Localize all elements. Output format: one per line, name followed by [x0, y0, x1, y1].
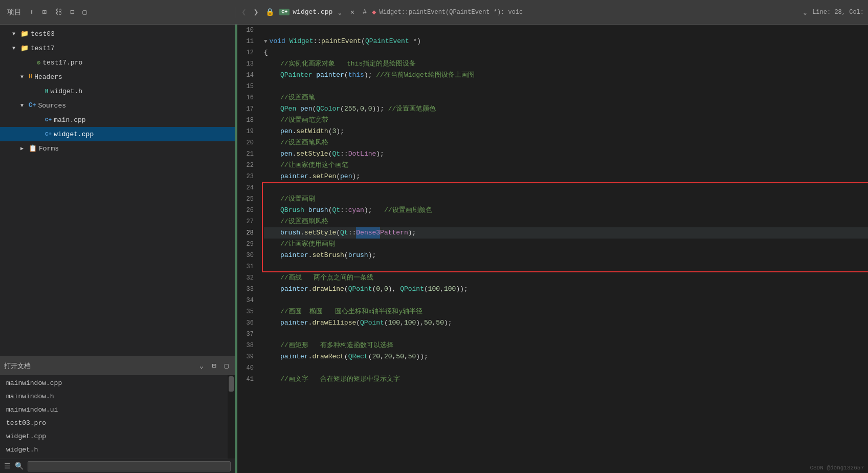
ln-11: 11 — [237, 36, 258, 47]
fold-arrow-11[interactable]: ▼ — [264, 36, 268, 47]
sidebar-item-widget-cpp[interactable]: ▶ C+ widget.cpp — [0, 127, 235, 141]
code-line-18: //设置画笔宽带 — [264, 115, 868, 126]
ln-16: 16 — [237, 92, 258, 103]
code-line-31 — [264, 261, 868, 272]
open-docs-scrollbar[interactable] — [228, 375, 235, 459]
tree-arrow-test03: ▼ — [12, 31, 18, 37]
ln-23: 23 — [237, 171, 258, 182]
sidebar: ▼ 📁 test03 ▼ 📁 test17 ▶ ⚙ test17.pro ▼ H… — [0, 25, 235, 473]
filter-icon[interactable]: ⊞ — [40, 7, 48, 17]
sidebar-item-forms[interactable]: ▶ 📋 Forms — [0, 141, 235, 156]
code-line-13: //实例化画家对象 this指定的是绘图设备 — [264, 58, 868, 70]
ln-28: 28 — [237, 227, 258, 239]
code-line-35: //画圆 椭圆 圆心坐标和x轴半径和y轴半径 — [264, 306, 868, 317]
ln-24: 24 — [237, 182, 258, 193]
code-line-40 — [264, 362, 868, 374]
breadcrumb-dropdown[interactable]: ⌄ — [801, 7, 809, 17]
ln-29: 29 — [237, 239, 258, 250]
code-line-32: //画线 两个点之间的一条线 — [264, 272, 868, 284]
ln-40: 40 — [237, 362, 258, 374]
code-line-33: painter.drawLine(QPoint(0,0), QPoint(100… — [264, 284, 868, 295]
code-line-17: QPen pen(QColor(255,0,0)); //设置画笔颜色 — [264, 103, 868, 115]
sidebar-bottom-icon2[interactable]: 🔍 — [15, 462, 24, 470]
sidebar-item-widget-h[interactable]: ▶ H widget.h — [0, 84, 235, 98]
file-tab-name[interactable]: widget.cpp — [293, 8, 332, 16]
scroll-thumb[interactable] — [229, 376, 234, 392]
sidebar-item-test17[interactable]: ▼ 📁 test17 — [0, 41, 235, 55]
sidebar-item-sources[interactable]: ▼ C+ Sources — [0, 98, 235, 113]
ln-26: 26 — [237, 205, 258, 216]
tree-arrow-test17: ▼ — [12, 46, 18, 51]
folder-icon-test17: 📁 — [20, 44, 29, 52]
open-doc-mainwindow-cpp[interactable]: mainwindow.cpp — [0, 376, 228, 390]
lock-icon[interactable]: 🔒 — [263, 7, 276, 17]
code-line-27: //设置画刷风格 — [264, 216, 868, 227]
link-icon[interactable]: ⛓ — [53, 7, 64, 17]
code-line-41: //画文字 合在矩形的矩形中显示文字 — [264, 374, 868, 385]
code-line-12: { — [264, 47, 868, 58]
ln-41: 41 — [237, 374, 258, 385]
ln-25: 25 — [237, 193, 258, 205]
close-tab-button[interactable]: ✕ — [347, 7, 358, 17]
ln-34: 34 — [237, 295, 258, 306]
tree-arrow-sources: ▼ — [20, 103, 27, 109]
code-line-19: pen.setWidth(3); — [264, 126, 868, 137]
hash-button[interactable]: # — [361, 7, 369, 17]
ln-13: 13 — [237, 58, 258, 70]
split-icon[interactable]: ⊟ — [68, 7, 76, 17]
open-docs-split[interactable]: ⊟ — [210, 360, 218, 371]
open-doc-mainwindow-ui[interactable]: mainwindow.ui — [0, 403, 228, 416]
editor-area: 10 11 12 13 14 15 16 17 18 19 20 21 22 2… — [235, 25, 868, 473]
ln-15: 15 — [237, 81, 258, 92]
ln-20: 20 — [237, 137, 258, 148]
sidebar-item-test17pro[interactable]: ▶ ⚙ test17.pro — [0, 55, 235, 70]
open-docs-dropdown[interactable]: ⌄ — [197, 360, 206, 371]
folder-icon-sources: C+ — [29, 102, 36, 109]
sidebar-item-label-widget-cpp: widget.cpp — [54, 131, 94, 138]
code-editor[interactable]: ▼ void Widget::paintEvent(QPaintEvent *)… — [260, 25, 868, 473]
dropdown-arrow[interactable]: ⌄ — [336, 7, 344, 17]
sidebar-item-headers[interactable]: ▼ H Headers — [0, 70, 235, 84]
open-docs-list: mainwindow.cpp mainwindow.h mainwindow.u… — [0, 375, 228, 459]
nav-up-icon[interactable]: ⬆ — [28, 7, 36, 17]
tree-arrow-forms: ▶ — [20, 145, 27, 152]
sidebar-search-input[interactable] — [28, 461, 231, 471]
file-type-badge: C+ — [279, 9, 290, 15]
code-line-21: pen.setStyle(Qt::DotLine); — [264, 148, 868, 160]
ln-36: 36 — [237, 317, 258, 329]
ln-27: 27 — [237, 216, 258, 227]
open-doc-widget-h[interactable]: widget.h — [0, 443, 228, 456]
back-button[interactable]: ❮ — [239, 6, 249, 18]
breadcrumb: Widget::paintEvent(QPaintEvent *): voic — [379, 9, 797, 16]
ln-18: 18 — [237, 115, 258, 126]
code-line-24 — [264, 182, 868, 193]
sidebar-item-main-cpp[interactable]: ▶ C+ main.cpp — [0, 113, 235, 127]
ln-32: 32 — [237, 272, 258, 284]
forward-button[interactable]: ❯ — [252, 6, 261, 18]
ln-10: 10 — [237, 25, 258, 36]
ln-22: 22 — [237, 160, 258, 171]
sidebar-bottom-icon1[interactable]: ☰ — [4, 462, 11, 470]
ln-21: 21 — [237, 148, 258, 160]
project-title: 项目 — [5, 7, 24, 18]
open-doc-mainwindow-h[interactable]: mainwindow.h — [0, 390, 228, 403]
expand-icon[interactable]: ▢ — [80, 7, 88, 17]
code-line-25: //设置画刷 — [264, 193, 868, 205]
sidebar-item-label-sources: Sources — [38, 102, 66, 110]
code-line-11: ▼ void Widget::paintEvent(QPaintEvent *) — [264, 36, 868, 47]
line-numbers: 10 11 12 13 14 15 16 17 18 19 20 21 22 2… — [237, 25, 260, 473]
sidebar-item-label-forms: Forms — [39, 145, 59, 153]
main-area: ▼ 📁 test03 ▼ 📁 test17 ▶ ⚙ test17.pro ▼ H… — [0, 25, 868, 473]
sidebar-item-test03[interactable]: ▼ 📁 test03 — [0, 27, 235, 41]
editor-toolbar: ❮ ❯ 🔒 C+ widget.cpp ⌄ ✕ # ◆ Widget::pain… — [235, 6, 868, 18]
open-docs-expand[interactable]: ▢ — [222, 360, 231, 371]
folder-icon-headers: H — [29, 73, 32, 80]
ln-30: 30 — [237, 250, 258, 261]
code-line-29: //让画家使用画刷 — [264, 239, 868, 250]
open-doc-widget-cpp[interactable]: widget.cpp — [0, 429, 228, 443]
sidebar-item-label-test17: test17 — [31, 45, 55, 52]
sidebar-item-label-widget-h: widget.h — [51, 88, 82, 95]
ln-38: 38 — [237, 340, 258, 351]
open-doc-test03pro[interactable]: test03.pro — [0, 416, 228, 429]
ln-35: 35 — [237, 306, 258, 317]
